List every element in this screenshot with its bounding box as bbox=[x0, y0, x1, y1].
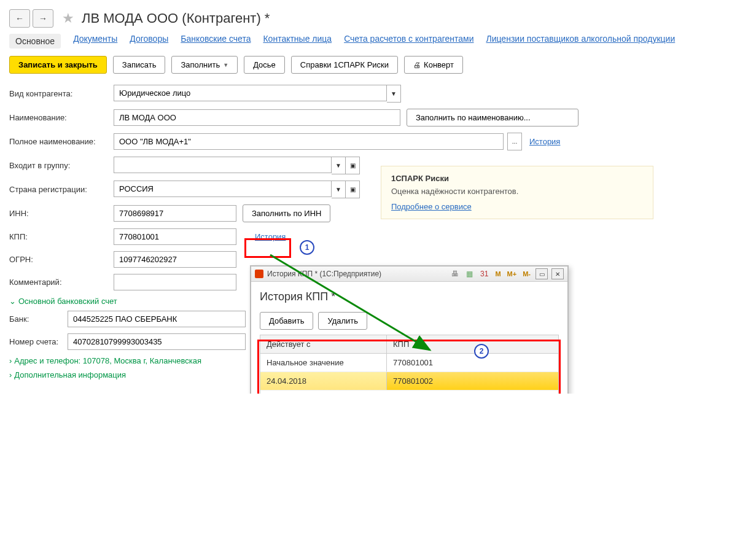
group-input[interactable] bbox=[114, 157, 332, 173]
group-label: Входит в группу: bbox=[9, 161, 114, 170]
inn-input[interactable] bbox=[114, 205, 236, 222]
memory-m-button[interactable]: M bbox=[494, 270, 502, 278]
dialog-delete-button[interactable]: Удалить bbox=[318, 312, 367, 330]
col-kpp-header[interactable]: КПП bbox=[387, 335, 558, 353]
chevron-right-icon bbox=[9, 356, 12, 365]
page-title: ЛВ МОДА ООО (Контрагент) * bbox=[82, 10, 270, 26]
dialog-title-bar: История КПП * (1С:Предприятие) 🖶 ▦ 31 M … bbox=[251, 266, 567, 282]
country-input[interactable] bbox=[114, 181, 332, 197]
fill-button[interactable]: Заполнить▼ bbox=[171, 56, 238, 74]
full-name-input[interactable] bbox=[114, 133, 504, 150]
spark-title: 1СПАРК Риски bbox=[391, 174, 643, 183]
name-input[interactable] bbox=[114, 109, 400, 126]
annotation-badge-2: 2 bbox=[474, 344, 489, 359]
calendar-icon[interactable]: ▦ bbox=[464, 270, 475, 278]
tab-contacts[interactable]: Контактные лица bbox=[263, 34, 332, 49]
ogrn-label: ОГРН: bbox=[9, 255, 114, 264]
save-close-button[interactable]: Записать и закрыть bbox=[9, 56, 107, 74]
chevron-down-icon bbox=[9, 297, 16, 306]
fill-by-inn-button[interactable]: Заполнить по ИНН bbox=[243, 204, 330, 222]
spark-more-link[interactable]: Подробнее о сервисе bbox=[391, 202, 472, 211]
tab-documents[interactable]: Документы bbox=[73, 34, 117, 49]
kpp-history-table: Действует с КПП Начальное значение 77080… bbox=[260, 335, 559, 394]
full-name-label: Полное наименование: bbox=[9, 137, 114, 146]
tab-main[interactable]: Основное bbox=[9, 34, 61, 49]
print-icon bbox=[413, 60, 421, 69]
window-restore-button[interactable]: ▭ bbox=[536, 268, 548, 279]
calendar-31-icon[interactable]: 31 bbox=[478, 270, 490, 278]
window-close-button[interactable]: ✕ bbox=[551, 268, 564, 279]
toolbar: Записать и закрыть Записать Заполнить▼ Д… bbox=[9, 56, 731, 74]
full-name-history-link[interactable]: История bbox=[529, 137, 560, 146]
inn-label: ИНН: bbox=[9, 209, 114, 218]
dialog-title: История КПП * (1С:Предприятие) bbox=[267, 270, 446, 278]
country-dropdown-button[interactable]: ▼ bbox=[332, 181, 346, 198]
bank-input[interactable] bbox=[68, 311, 246, 327]
col-date-header[interactable]: Действует с bbox=[260, 335, 387, 353]
chevron-right-icon bbox=[9, 370, 12, 379]
tab-contracts[interactable]: Договоры bbox=[130, 34, 168, 49]
comment-input[interactable] bbox=[114, 274, 236, 290]
tab-bank-accounts[interactable]: Банковские счета bbox=[181, 34, 251, 49]
print-icon[interactable]: 🖶 bbox=[450, 270, 461, 278]
nav-back-button[interactable]: ← bbox=[9, 9, 30, 28]
dialog-add-button[interactable]: Добавить bbox=[260, 312, 313, 330]
kpp-history-dialog: История КПП * (1С:Предприятие) 🖶 ▦ 31 M … bbox=[250, 265, 569, 394]
fill-button-label: Заполнить bbox=[181, 60, 220, 69]
address-section-label: Адрес и телефон: 107078, Москва г, Калан… bbox=[14, 356, 201, 365]
type-dropdown-button[interactable]: ▼ bbox=[387, 85, 401, 103]
tab-licenses[interactable]: Лицензии поставщиков алкогольной продукц… bbox=[486, 34, 676, 49]
account-label: Номер счета: bbox=[9, 337, 68, 346]
dossier-button[interactable]: Досье bbox=[244, 56, 285, 74]
kpp-label: КПП: bbox=[9, 232, 114, 241]
spark-desc: Оценка надёжности контрагентов. bbox=[391, 187, 643, 196]
envelope-button-label: Конверт bbox=[424, 60, 454, 69]
table-row[interactable]: 24.04.2018 770801002 bbox=[260, 372, 558, 391]
app-logo-icon bbox=[255, 270, 263, 278]
name-label: Наименование: bbox=[9, 113, 114, 122]
row-kpp: 770801001 bbox=[387, 354, 558, 371]
row-date: Начальное значение bbox=[260, 354, 387, 371]
save-button[interactable]: Записать bbox=[113, 56, 166, 74]
nav-forward-button[interactable]: → bbox=[33, 9, 53, 28]
row-date: 24.04.2018 bbox=[260, 372, 387, 390]
table-row[interactable]: Начальное значение 770801001 bbox=[260, 354, 558, 372]
type-label: Вид контрагента: bbox=[9, 89, 114, 98]
dropdown-arrow-icon: ▼ bbox=[223, 62, 228, 68]
group-dropdown-button[interactable]: ▼ bbox=[332, 157, 346, 174]
tab-settlement-accounts[interactable]: Счета расчетов с контрагентами bbox=[344, 34, 473, 49]
group-open-button[interactable]: ▣ bbox=[346, 157, 360, 174]
comment-label: Комментарий: bbox=[9, 278, 114, 287]
bank-label: Банк: bbox=[9, 314, 68, 324]
tab-bar: Основное Документы Договоры Банковские с… bbox=[9, 34, 731, 49]
bank-section-label: Основной банковский счет bbox=[18, 297, 117, 306]
memory-m-plus-button[interactable]: M+ bbox=[506, 270, 518, 278]
annotation-badge-1: 1 bbox=[300, 240, 314, 255]
fill-by-name-button[interactable]: Заполнить по наименованию... bbox=[407, 109, 578, 126]
account-input[interactable] bbox=[68, 333, 246, 350]
full-name-ellipsis-button[interactable]: ... bbox=[507, 133, 522, 150]
kpp-history-link[interactable]: История bbox=[255, 232, 286, 241]
spark-panel: 1СПАРК Риски Оценка надёжности контраген… bbox=[381, 166, 653, 219]
ogrn-input[interactable] bbox=[114, 251, 236, 268]
kpp-input[interactable] bbox=[114, 228, 236, 245]
dialog-heading: История КПП * bbox=[260, 290, 559, 303]
spark-button[interactable]: Справки 1СПАРК Риски bbox=[291, 56, 398, 74]
country-open-button[interactable]: ▣ bbox=[346, 181, 360, 198]
type-input[interactable] bbox=[114, 85, 387, 101]
envelope-button[interactable]: Конверт bbox=[404, 56, 463, 74]
extra-section-label: Дополнительная информация bbox=[14, 370, 126, 379]
row-kpp: 770801002 bbox=[387, 372, 558, 390]
memory-m-minus-button[interactable]: M- bbox=[521, 270, 532, 278]
favorite-star-icon[interactable]: ★ bbox=[62, 10, 74, 26]
country-label: Страна регистрации: bbox=[9, 185, 114, 194]
